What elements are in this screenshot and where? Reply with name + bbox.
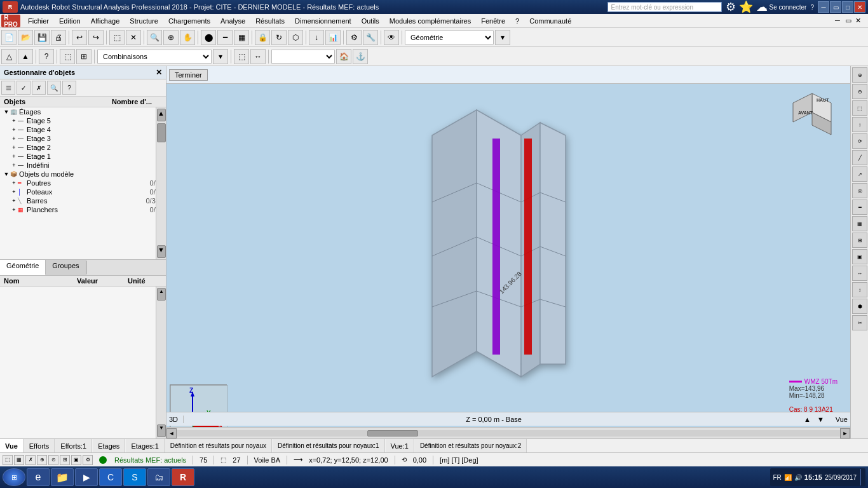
combo-drop[interactable]: ▾ xyxy=(495,30,510,45)
h-scroll-track[interactable] xyxy=(177,430,840,437)
taskbar-chrome[interactable]: C xyxy=(99,468,122,486)
sb-icon6[interactable]: ⊞ xyxy=(60,455,70,465)
menu-fenetre[interactable]: Fenêtre xyxy=(476,16,510,26)
bar-btn[interactable]: ━ xyxy=(217,30,233,45)
exp-poutres[interactable]: + xyxy=(10,180,18,186)
tab-vue[interactable]: Vue xyxy=(0,439,24,452)
menu-outils[interactable]: Outils xyxy=(356,16,384,26)
arrow-up[interactable]: ▲ xyxy=(804,416,811,423)
exp-poteaux[interactable]: + xyxy=(10,189,18,195)
exp-etage1[interactable]: + xyxy=(10,153,18,159)
expand-etages[interactable]: ▼ xyxy=(3,109,10,115)
tool2-btn[interactable]: 🔧 xyxy=(363,30,378,45)
zoom-btn2[interactable]: ⊕ xyxy=(163,30,179,45)
panel-close-btn[interactable]: ✕ xyxy=(156,68,162,77)
close-btn2[interactable]: ✕ xyxy=(855,17,864,25)
menu-chargements[interactable]: Chargements xyxy=(163,16,215,26)
geometry-combo[interactable]: Géométrie xyxy=(405,30,494,44)
start-button[interactable]: ⊞ xyxy=(3,468,25,486)
menu-modules[interactable]: Modules complémentaires xyxy=(384,16,476,26)
tb2-btn4[interactable]: ↔ xyxy=(250,49,266,64)
tab-etages[interactable]: Etages xyxy=(93,439,125,452)
h-scroll-right[interactable]: ► xyxy=(840,428,850,438)
rs-btn15[interactable]: ⬢ xyxy=(852,299,867,314)
rs-btn11[interactable]: ⊞ xyxy=(852,233,867,248)
tool1-btn[interactable]: ⚙ xyxy=(346,30,362,45)
plate-btn[interactable]: ▦ xyxy=(234,30,249,45)
sb-icon7[interactable]: ▣ xyxy=(71,455,81,465)
taskbar-ie[interactable]: e xyxy=(27,468,50,486)
sb-icon2[interactable]: ▦ xyxy=(14,455,24,465)
rs-btn9[interactable]: ━ xyxy=(852,200,867,215)
taskbar-explorer[interactable]: 📁 xyxy=(51,468,74,486)
tree-etage3[interactable]: + — Etage 3 xyxy=(0,134,166,143)
exp-barres[interactable]: + xyxy=(10,198,18,204)
rotate-btn[interactable]: ↻ xyxy=(271,30,287,45)
tree-etage2[interactable]: + — Etage 2 xyxy=(0,143,166,152)
terminate-button[interactable]: Terminer xyxy=(169,69,208,81)
tab-efforts1[interactable]: Efforts:1 xyxy=(55,439,92,452)
exp-planchers[interactable]: + xyxy=(10,207,18,213)
tb2-btn6[interactable]: ⚓ xyxy=(353,49,368,64)
taskbar-robot[interactable]: R xyxy=(172,468,194,486)
pt-deselect-btn[interactable]: ✗ xyxy=(32,81,46,95)
tab-vue1[interactable]: Vue:1 xyxy=(386,439,414,452)
restore-btn[interactable]: ▭ xyxy=(830,1,841,13)
h-scroll-left[interactable]: ◄ xyxy=(166,428,177,438)
rs-btn5[interactable]: ⟳ xyxy=(852,133,867,149)
load-btn[interactable]: ↓ xyxy=(309,30,324,45)
tb2-btn1[interactable]: △ xyxy=(1,49,17,64)
combo2-drop[interactable]: ▾ xyxy=(213,49,228,64)
connect-label[interactable]: Se connecter xyxy=(770,4,807,11)
rs-btn7[interactable]: ↗ xyxy=(852,166,867,182)
tree-etage5[interactable]: + — Etage 5 xyxy=(0,116,166,125)
props-scrollbar[interactable]: ▲ ▼ xyxy=(156,287,166,438)
help-label[interactable]: ? xyxy=(810,4,814,11)
rs-btn2[interactable]: ⊖ xyxy=(852,84,867,99)
exp-etage3[interactable]: + xyxy=(10,135,18,142)
exp-etage5[interactable]: + xyxy=(10,118,18,124)
sb-icon5[interactable]: ⊙ xyxy=(48,455,58,465)
props-scroll-down[interactable]: ▼ xyxy=(157,424,166,437)
exp-indefini[interactable]: + xyxy=(10,162,18,168)
empty-combo[interactable] xyxy=(271,50,335,64)
scrollbar-up-btn[interactable]: ▲ xyxy=(157,109,166,121)
sb-icon1[interactable]: ⬚ xyxy=(3,455,13,465)
new-btn[interactable]: 📄 xyxy=(1,30,17,45)
combinations-combo[interactable]: Combinaisons xyxy=(97,50,212,64)
sb-icon4[interactable]: ⊕ xyxy=(37,455,47,465)
tb2-btn2[interactable]: ▲ xyxy=(18,49,33,64)
props-scroll-up[interactable]: ▲ xyxy=(157,288,166,301)
tree-poteaux[interactable]: + │ Poteaux 0/12 xyxy=(0,187,166,196)
rs-btn13[interactable]: ↔ xyxy=(852,266,867,281)
pt-search-btn[interactable]: 🔍 xyxy=(47,81,61,95)
rs-btn3[interactable]: ⬚ xyxy=(852,100,867,116)
select-btn[interactable]: ⬚ xyxy=(109,30,125,45)
tab-def-noyaux2[interactable]: Définition et résultats pour noyaux:2 xyxy=(415,439,527,452)
pt-help-btn[interactable]: ? xyxy=(62,81,76,95)
exp-etage2[interactable]: + xyxy=(10,144,18,151)
sb-icon3[interactable]: ✗ xyxy=(25,455,36,465)
tree-indefini[interactable]: + — Indéfini xyxy=(0,161,166,170)
tree-etage4[interactable]: + — Etage 4 xyxy=(0,125,166,134)
tree-poutres[interactable]: + ━ Poutres 0/45 xyxy=(0,179,166,187)
menu-communaute[interactable]: Communauté xyxy=(524,16,576,26)
rs-btn12[interactable]: ▣ xyxy=(852,249,867,264)
tree-objets-modele[interactable]: ▼ 📦 Objets du modèle xyxy=(0,170,166,179)
scrollbar-thumb[interactable] xyxy=(157,123,166,142)
tab-def-noyaux1[interactable]: Définition et résultats pour noyaux:1 xyxy=(273,439,385,452)
rs-btn16[interactable]: ✂ xyxy=(852,315,867,330)
pan-btn[interactable]: ✋ xyxy=(180,30,195,45)
search-box[interactable]: Entrez mot-clé ou expression xyxy=(607,2,722,12)
menu-resultats[interactable]: Résultats xyxy=(250,16,290,26)
taskbar-skype[interactable]: S xyxy=(123,468,146,486)
min-btn2[interactable]: ─ xyxy=(835,17,844,25)
tab-efforts[interactable]: Efforts xyxy=(24,439,55,452)
h-scroll-thumb[interactable] xyxy=(367,430,418,437)
menu-structure[interactable]: Structure xyxy=(125,16,163,26)
view-btn[interactable]: 👁 xyxy=(384,30,399,45)
rs-btn10[interactable]: ▦ xyxy=(852,216,867,231)
tree-planchers[interactable]: + ▦ Planchers 0/86 xyxy=(0,205,166,214)
maximize-btn[interactable]: □ xyxy=(842,1,853,13)
menu-help[interactable]: ? xyxy=(510,16,524,26)
